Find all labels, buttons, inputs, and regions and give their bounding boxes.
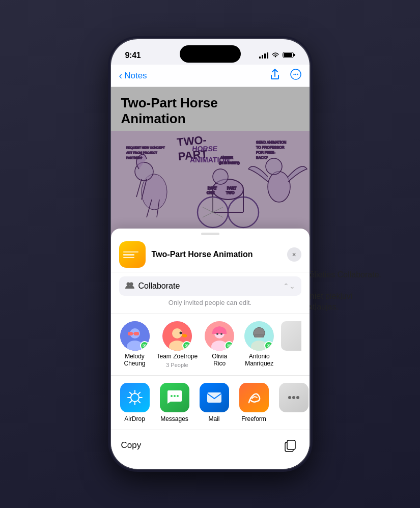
back-label: Notes [124, 71, 147, 81]
access-note: Only invited people can edit. [119, 296, 301, 309]
note-info-left: Two-Part Horse Animation [119, 241, 253, 268]
person-name-melody: MelodyCheung [124, 353, 145, 368]
app-more[interactable] [276, 383, 310, 412]
person-name-team: Team Zoetrope [157, 353, 198, 360]
message-badge-olivia: ✉ [225, 341, 234, 350]
svg-rect-51 [134, 332, 139, 335]
airdrop-label: AirDrop [124, 415, 145, 422]
more-apps-icon [279, 383, 309, 412]
svg-point-73 [296, 396, 299, 399]
collaborate-left: Collaborate [125, 281, 180, 291]
app-freeform[interactable]: Freeform [236, 383, 272, 422]
bottom-actions: Copy [111, 430, 310, 469]
svg-point-67 [171, 395, 173, 397]
back-button[interactable]: ‹ Notes [119, 70, 147, 81]
svg-point-45 [126, 282, 130, 286]
messages-label: Messages [160, 415, 188, 422]
people-row: ✉ MelodyCheung [111, 314, 310, 376]
avatar-team-zoetrope: ✉ [162, 321, 192, 351]
collaborate-icon [125, 281, 134, 291]
avatar-extra [281, 321, 301, 351]
message-badge-melody: ✉ [140, 341, 149, 350]
freeform-label: Freeform [241, 415, 266, 422]
svg-point-46 [129, 282, 133, 286]
svg-point-60 [216, 333, 218, 335]
svg-text:Izvēlieties Collaborate.: Izvēlieties Collaborate. [299, 270, 381, 279]
airdrop-icon [120, 383, 150, 412]
app-mail[interactable]: Mail [197, 383, 232, 422]
svg-point-71 [288, 396, 291, 399]
chevron-up-down-icon: ⌃⌄ [283, 282, 295, 290]
note-content: Two-Part HorseAnimation [111, 87, 310, 469]
person-melody[interactable]: ✉ MelodyCheung [117, 321, 153, 368]
svg-rect-50 [128, 332, 133, 335]
freeform-icon [239, 383, 269, 412]
app-airdrop[interactable]: AirDrop [117, 383, 153, 422]
svg-point-72 [292, 396, 295, 399]
collaborate-label: Collaborate [138, 281, 180, 291]
svg-point-69 [177, 395, 179, 397]
copy-icon-button[interactable] [281, 436, 299, 455]
copy-button[interactable]: Copy [121, 440, 142, 450]
collaborate-row: Collaborate ⌃⌄ Only invited people can e… [111, 272, 310, 314]
app-grid-row: AirDrop Messages [111, 376, 310, 430]
status-icons [259, 52, 295, 60]
messages-icon [160, 383, 189, 412]
message-badge-antonio: ✉ [264, 341, 273, 350]
share-sheet: Two-Part Horse Animation × [111, 229, 310, 469]
person-antonio[interactable]: ✉ AntonioManriquez [241, 321, 277, 368]
svg-point-3 [293, 74, 294, 75]
svg-point-61 [220, 333, 222, 335]
share-button[interactable] [270, 69, 280, 82]
svg-rect-75 [287, 440, 295, 449]
person-olivia[interactable]: ✉ OliviaRico [202, 321, 237, 368]
svg-point-5 [297, 74, 298, 75]
wifi-icon [271, 52, 279, 60]
svg-point-55 [179, 331, 182, 334]
person-extra[interactable] [281, 321, 301, 351]
phone-frame: 9:41 [111, 39, 310, 469]
sheet-note-title: Two-Part Horse Animation [152, 250, 253, 259]
avatar-olivia: ✉ [205, 321, 234, 351]
collaborate-button[interactable]: Collaborate ⌃⌄ [119, 276, 301, 296]
close-button[interactable]: × [287, 247, 301, 262]
note-info-row: Two-Part Horse Animation × [111, 235, 310, 272]
more-button[interactable] [290, 69, 301, 82]
back-chevron-icon: ‹ [119, 70, 123, 81]
nav-bar: ‹ Notes [111, 65, 310, 87]
app-messages[interactable]: Messages [157, 383, 192, 422]
avatar-antonio: ✉ [244, 321, 274, 351]
svg-rect-70 [207, 392, 221, 403]
mail-icon [200, 383, 229, 412]
notes-app-icon [119, 241, 146, 268]
person-name-olivia: OliviaRico [212, 353, 227, 368]
nav-actions [270, 69, 301, 82]
message-badge-team: ✉ [182, 341, 191, 350]
person-sub-team: 3 People [166, 362, 188, 368]
avatar-melody: ✉ [120, 321, 150, 351]
mail-label: Mail [208, 415, 219, 422]
svg-point-4 [295, 74, 296, 75]
svg-point-68 [174, 395, 176, 397]
signal-icon [259, 52, 268, 59]
svg-rect-1 [284, 53, 292, 57]
battery-icon [283, 52, 295, 60]
dynamic-island [180, 45, 241, 63]
person-team-zoetrope[interactable]: ✉ Team Zoetrope 3 People [157, 321, 198, 368]
status-time: 9:41 [125, 51, 141, 60]
person-name-antonio: AntonioManriquez [245, 353, 273, 368]
